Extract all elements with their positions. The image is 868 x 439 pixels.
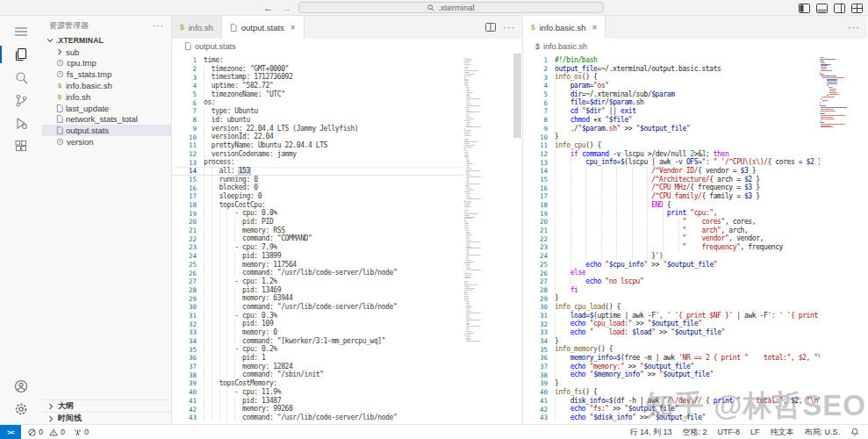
menu-icon[interactable]: [0, 20, 42, 43]
tree-root-xterminal[interactable]: .XTERMINAL: [42, 35, 171, 47]
code-line[interactable]: 21 " arch", arch,: [523, 227, 867, 235]
code-line[interactable]: 4 param="os": [523, 82, 867, 90]
code-line[interactable]: 36 memory_info=$(free -m | awk 'NR == 2 …: [523, 354, 867, 363]
back-button[interactable]: ←: [263, 3, 273, 13]
status-item-LF[interactable]: LF: [750, 428, 760, 436]
line-number[interactable]: 31: [523, 312, 548, 320]
line-number[interactable]: 42: [523, 406, 548, 414]
line-number[interactable]: 6: [172, 99, 197, 107]
more-actions-icon[interactable]: ···: [503, 22, 515, 32]
code-line[interactable]: 9 ./"$param.sh" >> "$output_file": [523, 125, 867, 133]
toggle-secondary-sidebar-icon[interactable]: [834, 4, 845, 13]
line-number[interactable]: 27: [172, 277, 197, 285]
tree-item-last_update[interactable]: last_update: [42, 103, 171, 114]
remote-indicator[interactable]: ><: [0, 425, 21, 439]
panel-section-大纲[interactable]: 大纲: [42, 399, 171, 412]
code-line[interactable]: 33 echo " load: $load" >> "$output_file": [523, 328, 867, 337]
code-line[interactable]: 11info_cpu() {: [523, 141, 867, 150]
search-view-icon[interactable]: [0, 66, 42, 89]
line-number[interactable]: 8: [172, 116, 197, 124]
tab-info.sh[interactable]: $info.sh: [172, 16, 222, 39]
code-line[interactable]: 3info_os() {: [523, 73, 867, 82]
source-control-icon[interactable]: [0, 89, 42, 112]
code-line[interactable]: 27 echo "no lscpu": [523, 277, 867, 286]
code-line[interactable]: 16 /^CPU MHz/{ frequency = $3 }: [523, 184, 867, 192]
code-line[interactable]: 22 " vendor", vendor,: [523, 234, 867, 243]
code-line[interactable]: 25 echo "$cpu_info" >> "$output_file": [523, 261, 867, 270]
line-number[interactable]: 13: [523, 159, 548, 167]
code-line[interactable]: 24 }'): [523, 252, 867, 261]
line-number[interactable]: 33: [172, 328, 197, 336]
code-line[interactable]: 17 /^CPU family/{ family = $3 }: [523, 192, 867, 201]
sidebar-more-icon[interactable]: ···: [153, 21, 164, 31]
code-line[interactable]: 15 /^Architecture/{ arch = $2 }: [523, 176, 867, 184]
code-line[interactable]: 6 file=$dir/$param.sh: [523, 98, 867, 107]
line-number[interactable]: 40: [523, 388, 548, 396]
tree-item-sub[interactable]: sub: [42, 47, 171, 58]
line-number[interactable]: 43: [172, 414, 197, 421]
line-number[interactable]: 12: [523, 150, 548, 158]
line-number[interactable]: 23: [523, 243, 548, 251]
line-number[interactable]: 18: [523, 201, 548, 209]
line-number[interactable]: 1: [523, 56, 548, 64]
line-number[interactable]: 20: [523, 218, 548, 226]
code-line[interactable]: 28 fi: [523, 286, 867, 295]
line-number[interactable]: 33: [523, 328, 548, 336]
run-debug-icon[interactable]: [0, 112, 42, 134]
tab-output.stats[interactable]: output.stats×: [222, 16, 305, 39]
status-item-----U-S-[interactable]: 布局: U.S.: [804, 427, 840, 438]
line-number[interactable]: 15: [523, 176, 548, 184]
line-number[interactable]: 28: [523, 286, 548, 294]
code-line[interactable]: 7 cd "$dir" || exit: [523, 107, 867, 116]
status-item----[interactable]: 纯文本: [770, 427, 793, 438]
line-number[interactable]: 41: [172, 397, 197, 405]
command-center-search[interactable]: .xterminal: [298, 2, 604, 13]
line-number[interactable]: 14: [523, 167, 548, 175]
line-number[interactable]: 16: [523, 184, 548, 192]
explorer-icon[interactable]: [0, 43, 42, 66]
code-line[interactable]: 37 echo "memory:" >> "$output_file": [523, 363, 867, 371]
close-tab-icon[interactable]: ×: [592, 23, 598, 32]
code-line[interactable]: 20 " cores", cores,: [523, 218, 867, 227]
tree-item-version[interactable]: version: [42, 136, 171, 148]
code-line[interactable]: 5 dir=~/.xterminal/sub/$param: [523, 90, 867, 99]
line-number[interactable]: 18: [172, 201, 197, 209]
more-actions-icon[interactable]: ···: [848, 22, 860, 32]
breadcrumb-group-1[interactable]: output.stats: [172, 39, 522, 54]
line-number[interactable]: 4: [172, 82, 197, 90]
line-number[interactable]: 32: [523, 320, 548, 328]
minimap[interactable]: [820, 54, 857, 424]
code-line[interactable]: 8 chmod +x "$file": [523, 116, 867, 125]
line-number[interactable]: 19: [523, 210, 548, 218]
code-line[interactable]: 18 END {: [523, 201, 867, 210]
line-number[interactable]: 30: [523, 303, 548, 311]
line-number[interactable]: 37: [523, 363, 548, 371]
line-number[interactable]: 39: [523, 379, 548, 387]
line-number[interactable]: 11: [523, 141, 548, 149]
line-number[interactable]: 42: [172, 406, 197, 414]
line-number[interactable]: 9: [523, 125, 548, 133]
extensions-icon[interactable]: [0, 134, 42, 157]
line-number[interactable]: 40: [172, 388, 197, 396]
line-number[interactable]: 29: [172, 295, 197, 303]
account-icon[interactable]: [0, 375, 42, 398]
editor-content-group-1[interactable]: 1time:2 timezone: "GMT+0000"3 timestamp:…: [172, 54, 522, 424]
status-item---14----13[interactable]: 行 14, 列 13: [629, 427, 671, 438]
code-line[interactable]: 19 print "cpu:",: [523, 209, 867, 218]
panel-section-时间线[interactable]: 时间线: [42, 412, 171, 424]
line-number[interactable]: 13: [172, 159, 197, 167]
line-number[interactable]: 21: [172, 227, 197, 234]
tree-item-network_stats_total[interactable]: network_stats_total: [42, 114, 171, 126]
line-number[interactable]: 41: [523, 397, 548, 405]
line-number[interactable]: 32: [172, 320, 197, 328]
line-number[interactable]: 17: [523, 192, 548, 200]
code-line[interactable]: 12 if command -v lscpu >/dev/null 2>&1; …: [523, 150, 867, 159]
code-line[interactable]: 30info_cpu_load() {: [523, 303, 867, 312]
code-line[interactable]: 40info_fs() {: [523, 388, 867, 397]
line-number[interactable]: 10: [172, 133, 197, 141]
line-number[interactable]: 34: [172, 337, 197, 345]
line-number[interactable]: 39: [172, 379, 197, 387]
code-line[interactable]: 34}: [523, 337, 867, 346]
settings-gear-icon[interactable]: [0, 398, 42, 421]
line-number[interactable]: 10: [523, 133, 548, 141]
